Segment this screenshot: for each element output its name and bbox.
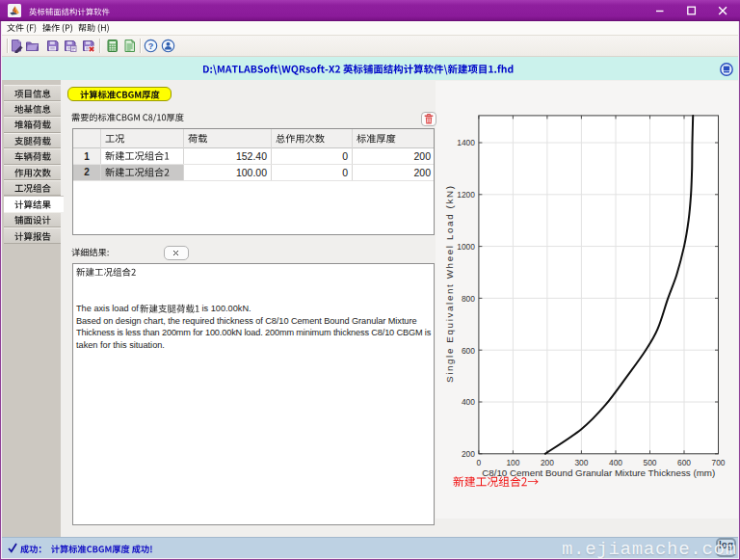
svg-text:400: 400: [462, 397, 475, 407]
svg-text:1000: 1000: [457, 242, 475, 252]
svg-text:800: 800: [462, 294, 475, 304]
svg-text:1200: 1200: [457, 190, 475, 200]
svg-text:1400: 1400: [457, 138, 475, 147]
svg-text:600: 600: [462, 346, 475, 356]
svg-text:0: 0: [477, 458, 482, 467]
svg-text:Single Equivalent Wheel Load (: Single Equivalent Wheel Load (kN): [444, 186, 455, 383]
svg-text:?: ?: [148, 41, 154, 51]
svg-text:200: 200: [462, 449, 475, 459]
